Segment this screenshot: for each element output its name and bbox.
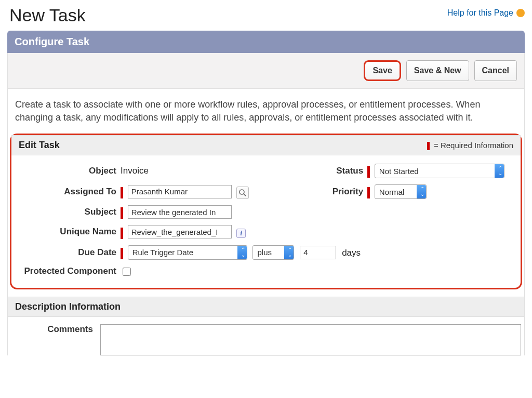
status-select[interactable]: Not Started bbox=[375, 164, 504, 178]
priority-select[interactable]: Normal bbox=[375, 184, 427, 199]
required-bar-icon bbox=[121, 187, 123, 198]
due-date-base-select[interactable]: Rule Trigger Date bbox=[128, 245, 247, 260]
protected-component-checkbox[interactable] bbox=[123, 268, 131, 276]
save-button[interactable]: Save bbox=[364, 60, 401, 81]
subject-input[interactable] bbox=[128, 205, 232, 219]
required-legend: = Required Information bbox=[427, 141, 513, 150]
assigned-to-label: Assigned To bbox=[15, 181, 118, 202]
unique-name-input[interactable] bbox=[128, 225, 232, 238]
comments-textarea[interactable] bbox=[100, 324, 521, 355]
page-title: New Task bbox=[9, 5, 86, 25]
info-icon[interactable]: i bbox=[236, 229, 246, 238]
unique-name-label: Unique Name bbox=[15, 222, 118, 242]
required-bar-icon bbox=[121, 207, 123, 219]
due-date-days-input[interactable] bbox=[300, 246, 336, 259]
due-date-label: Due Date bbox=[15, 242, 118, 263]
comments-label: Comments bbox=[11, 324, 100, 355]
due-date-operator-select[interactable]: plus bbox=[252, 245, 294, 260]
lookup-icon[interactable] bbox=[236, 187, 249, 199]
help-icon bbox=[516, 9, 525, 17]
svg-point-0 bbox=[240, 190, 244, 194]
configure-task-bar: Configure Task bbox=[7, 31, 525, 53]
edit-task-title: Edit Task bbox=[19, 140, 60, 151]
required-mark-icon bbox=[427, 142, 430, 150]
object-value: Invoice bbox=[121, 166, 149, 176]
protected-component-label: Protected Component bbox=[15, 263, 118, 281]
svg-line-1 bbox=[244, 194, 246, 196]
description-info-title: Description Information bbox=[8, 297, 524, 317]
subject-label: Subject bbox=[15, 202, 118, 222]
cancel-button[interactable]: Cancel bbox=[474, 60, 517, 81]
required-bar-icon bbox=[367, 187, 370, 198]
required-bar-icon bbox=[367, 166, 370, 178]
days-suffix: days bbox=[342, 247, 361, 257]
help-link[interactable]: Help for this Page bbox=[447, 8, 525, 18]
page-description: Create a task to associate with one or m… bbox=[7, 89, 525, 134]
required-bar-icon bbox=[121, 248, 123, 259]
edit-task-section: Edit Task = Required Information Object … bbox=[10, 134, 522, 289]
status-label: Status bbox=[261, 161, 365, 181]
action-button-row: Save Save & New Cancel bbox=[7, 53, 525, 89]
required-bar-icon bbox=[121, 228, 123, 239]
object-label: Object bbox=[15, 161, 118, 181]
priority-label: Priority bbox=[261, 181, 365, 202]
help-link-text: Help for this Page bbox=[447, 8, 513, 18]
assigned-to-input[interactable] bbox=[128, 185, 232, 198]
save-and-new-button[interactable]: Save & New bbox=[406, 60, 469, 81]
